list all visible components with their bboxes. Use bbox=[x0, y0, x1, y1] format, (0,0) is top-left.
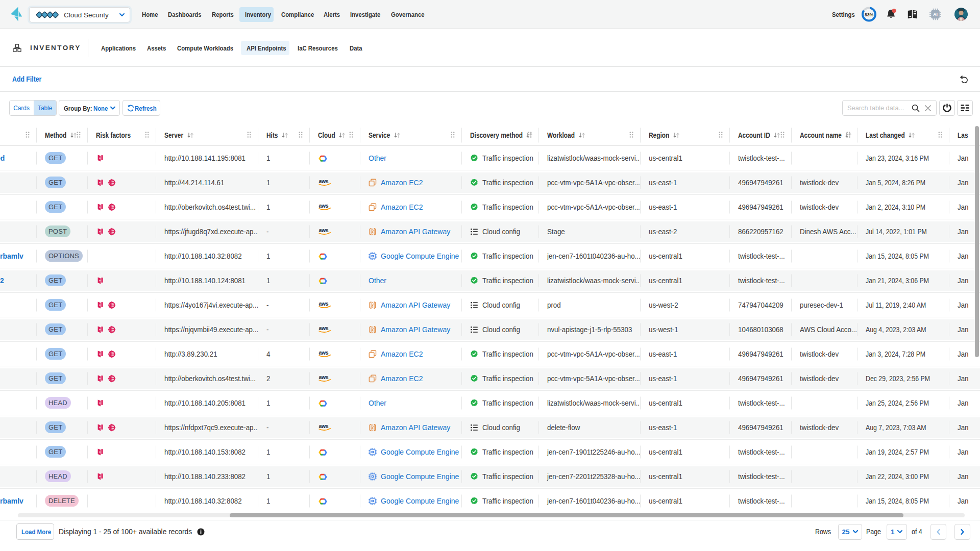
svg-text:aws: aws bbox=[319, 349, 329, 356]
svg-text:aws: aws bbox=[319, 423, 329, 429]
svg-text:aws: aws bbox=[319, 300, 329, 307]
svg-text:aws: aws bbox=[319, 227, 329, 233]
svg-text:AI: AI bbox=[933, 12, 938, 17]
svg-text:aws: aws bbox=[319, 203, 329, 209]
svg-text:aws: aws bbox=[319, 325, 329, 331]
svg-text:aws: aws bbox=[319, 374, 329, 380]
svg-text:aws: aws bbox=[319, 178, 329, 184]
